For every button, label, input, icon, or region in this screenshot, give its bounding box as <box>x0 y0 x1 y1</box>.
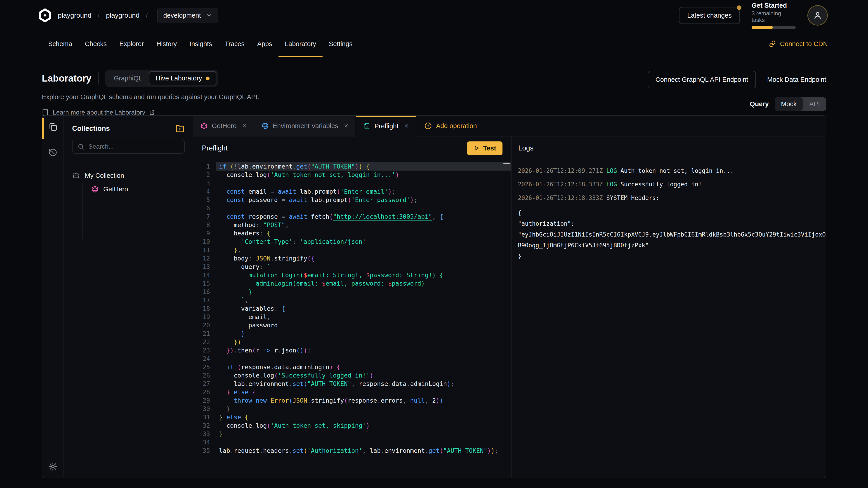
nav-item-history[interactable]: History <box>150 31 183 57</box>
code-line[interactable]: } <box>216 288 511 296</box>
search-input[interactable] <box>88 143 179 150</box>
toggle-graphiql[interactable]: GraphiQL <box>107 72 149 85</box>
search-icon <box>78 143 84 150</box>
code-line[interactable]: }).then(r => r.json()); <box>216 346 511 355</box>
tab-preflight[interactable]: Preflight× <box>356 116 416 136</box>
nav-item-insights[interactable]: Insights <box>183 31 218 57</box>
new-feature-dot <box>206 76 210 80</box>
code-line[interactable]: adminLogin(email: $email, password: $pas… <box>216 279 511 288</box>
log-raw-line: } <box>518 251 826 262</box>
close-icon[interactable]: × <box>243 122 247 130</box>
toggle-hive-laboratory-label: Hive Laboratory <box>156 74 202 82</box>
code-line[interactable]: console.log('Successfully logged in!') <box>216 371 511 380</box>
code-editor[interactable]: 1234567891011121314151617181920212223242… <box>193 160 511 478</box>
tab-gethero[interactable]: GetHero× <box>193 116 254 136</box>
logs-title: Logs <box>518 144 533 152</box>
tab-label: Add operation <box>436 122 477 130</box>
code-content[interactable]: if (!lab.environment.get("AUTH_TOKEN")) … <box>216 162 511 478</box>
code-line[interactable]: const response = await fetch("http://loc… <box>216 213 511 221</box>
code-line[interactable]: const password = await lab.prompt('Enter… <box>216 196 511 204</box>
code-line[interactable]: lab.request.headers.set('Authorization',… <box>216 447 511 455</box>
code-line[interactable]: `, <box>216 296 511 304</box>
collections-title: Collections <box>72 125 110 133</box>
code-line[interactable]: query: ` <box>216 263 511 271</box>
code-line[interactable] <box>216 438 511 447</box>
code-line[interactable]: body: JSON.stringify({ <box>216 254 511 263</box>
code-line[interactable] <box>216 179 511 187</box>
code-line[interactable]: } <box>216 329 511 338</box>
close-icon[interactable]: × <box>344 122 348 130</box>
editor-scrollbar-thumb[interactable] <box>503 163 510 164</box>
test-button[interactable]: Test <box>467 141 502 155</box>
page-title: Laboratory <box>42 73 91 84</box>
code-line[interactable]: } else { <box>216 413 511 421</box>
nav-item-traces[interactable]: Traces <box>218 31 251 57</box>
mode-option-mock[interactable]: Mock <box>775 97 803 111</box>
code-line[interactable]: console.log('Auth token not set, loggin … <box>216 170 511 179</box>
nav-item-laboratory[interactable]: Laboratory <box>278 31 322 57</box>
tab-label: Environment Variables <box>273 122 338 130</box>
gear-icon[interactable] <box>48 462 58 471</box>
collection-folder[interactable]: My Collection <box>72 172 185 180</box>
code-line[interactable]: if (!lab.environment.get("AUTH_TOKEN")) … <box>216 162 511 170</box>
target-selector[interactable]: development <box>157 8 218 23</box>
collections-rail-icon[interactable] <box>48 123 58 132</box>
collections-search[interactable] <box>72 140 185 154</box>
nav-item-explorer[interactable]: Explorer <box>113 31 150 57</box>
connect-cdn-link[interactable]: Connect to CDN <box>769 31 828 57</box>
code-line[interactable]: if (response.data.adminLogin) { <box>216 363 511 371</box>
code-line[interactable]: 'Content-Type': 'application/json' <box>216 237 511 246</box>
code-line[interactable]: password <box>216 321 511 329</box>
page-head: Laboratory GraphiQL Hive Laboratory Expl… <box>0 57 868 116</box>
code-line[interactable]: email, <box>216 313 511 321</box>
get-started-widget[interactable]: Get Started 3 remaining tasks <box>752 2 796 29</box>
new-collection-icon[interactable] <box>175 124 185 133</box>
plus-circle-icon <box>424 122 432 130</box>
code-line[interactable]: } <box>216 430 511 438</box>
page-description: Explore your GraphQL schema and run quer… <box>42 93 259 101</box>
code-line[interactable]: console.log('Auth token set, skipping') <box>216 421 511 430</box>
tab-environment-variables[interactable]: Environment Variables× <box>254 116 356 136</box>
close-icon[interactable]: × <box>404 122 408 130</box>
toggle-hive-laboratory[interactable]: Hive Laboratory <box>149 71 216 86</box>
code-line[interactable] <box>216 355 511 363</box>
latest-changes-button[interactable]: Latest changes <box>679 7 740 24</box>
code-line[interactable]: const email = await lab.prompt('Enter em… <box>216 187 511 196</box>
mock-endpoint-button[interactable]: Mock Data Endpoint <box>767 76 826 84</box>
log-entry: 2026-01-26T12:12:09.271Z LOG Auth token … <box>518 167 826 175</box>
test-button-label: Test <box>483 144 496 152</box>
log-raw-line: "authorization": <box>518 218 826 229</box>
code-line[interactable]: }) <box>216 338 511 346</box>
notification-dot <box>737 5 741 10</box>
code-line[interactable]: } else { <box>216 388 511 396</box>
add-operation-button[interactable]: Add operation <box>416 116 486 136</box>
code-line[interactable]: lab.environment.set("AUTH_TOKEN", respon… <box>216 380 511 388</box>
code-line[interactable]: }, <box>216 246 511 254</box>
line-number-gutter: 1234567891011121314151617181920212223242… <box>193 162 216 478</box>
nav-item-apps[interactable]: Apps <box>251 31 278 57</box>
code-line[interactable]: headers: { <box>216 229 511 237</box>
code-line[interactable]: throw new Error(JSON.stringify(response.… <box>216 396 511 404</box>
logs-body[interactable]: 2026-01-26T12:12:09.271Z LOG Auth token … <box>512 160 826 262</box>
code-line[interactable]: mutation Login($email: String!, $passwor… <box>216 271 511 279</box>
breadcrumb-org[interactable]: playground <box>58 11 91 19</box>
code-line[interactable]: variables: { <box>216 304 511 313</box>
user-avatar[interactable] <box>807 5 828 26</box>
breadcrumb-project[interactable]: playground <box>106 11 140 19</box>
code-line[interactable]: } <box>216 404 511 413</box>
nav-item-checks[interactable]: Checks <box>79 31 113 57</box>
log-raw-line: { <box>518 207 826 218</box>
nav-item-settings[interactable]: Settings <box>322 31 359 57</box>
nav-item-schema[interactable]: Schema <box>42 31 79 57</box>
operation-gethero[interactable]: GetHero <box>91 183 185 193</box>
hive-logo-icon <box>38 8 52 23</box>
code-line[interactable] <box>216 204 511 213</box>
collections-tree: My Collection GetHero <box>64 161 193 250</box>
mode-option-api[interactable]: API <box>803 97 826 111</box>
collection-children: GetHero <box>83 183 185 239</box>
connect-endpoint-button[interactable]: Connect GraphQL API Endpoint <box>648 71 756 88</box>
link-icon <box>769 40 776 47</box>
editor-title: Preflight <box>202 144 228 152</box>
code-line[interactable]: method: "POST", <box>216 221 511 229</box>
history-rail-icon[interactable] <box>48 148 58 157</box>
